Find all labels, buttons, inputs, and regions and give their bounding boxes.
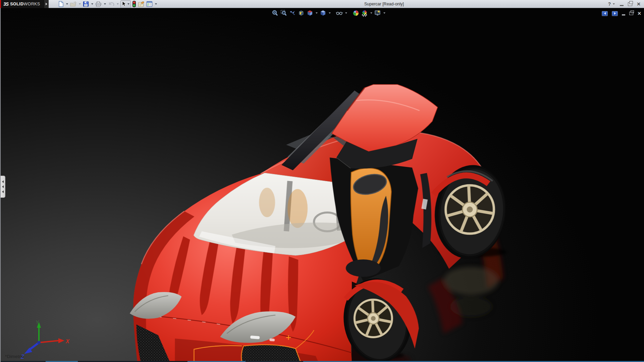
collapse-arrow-icon <box>2 180 4 183</box>
zoom-to-fit-button[interactable] <box>271 9 279 17</box>
options-icon <box>146 1 153 7</box>
undo-icon <box>108 1 114 7</box>
collapse-arrow-icon <box>2 185 4 188</box>
save-button[interactable] <box>83 0 89 8</box>
undo-button[interactable] <box>108 0 115 8</box>
print-button[interactable] <box>95 0 102 8</box>
previous-window-button[interactable] <box>602 11 608 16</box>
view-orientation-button[interactable] <box>306 9 314 17</box>
hide-show-items-button[interactable] <box>335 9 343 17</box>
heads-up-view-toolbar <box>271 9 386 17</box>
restore-button[interactable] <box>628 2 632 6</box>
select-cursor-icon <box>121 1 126 7</box>
file-properties-icon <box>138 1 145 7</box>
view-settings-dropdown[interactable] <box>382 10 386 16</box>
new-document-button[interactable] <box>58 0 64 8</box>
solidworks-window: 3S SOLIDWORKS <box>0 0 644 362</box>
previous-view-icon <box>289 10 296 16</box>
print-dropdown[interactable] <box>103 1 107 7</box>
brand-name-light: WORKS <box>23 2 40 6</box>
window-controls: ? ✕ <box>608 0 641 8</box>
solidworks-logo: 3S SOLIDWORKS <box>0 0 44 8</box>
feature-manager-splitter[interactable] <box>1 176 5 198</box>
save-floppy-icon <box>83 1 89 7</box>
view-settings-button[interactable] <box>374 9 382 17</box>
brand-name-bold: SOLID <box>10 2 23 6</box>
document-minimize-button[interactable] <box>622 14 625 15</box>
window-title: Supercar [Read-only] <box>349 0 419 8</box>
select-button[interactable] <box>120 0 131 8</box>
graphics-viewport[interactable]: ✕ Y X Z *Dimetric <box>0 8 644 362</box>
document-window-controls: ✕ <box>602 10 641 17</box>
apply-scene-dropdown[interactable] <box>369 10 373 16</box>
open-folder-icon <box>70 1 76 7</box>
main-toolbar <box>58 0 158 8</box>
apply-scene-button[interactable] <box>361 9 369 17</box>
save-dropdown[interactable] <box>90 1 94 7</box>
document-close-button[interactable]: ✕ <box>637 10 641 17</box>
rebuild-traffic-light-button[interactable] <box>132 0 137 8</box>
view-orientation-label: *Dimetric <box>5 354 24 359</box>
apply-scene-icon <box>361 10 368 16</box>
hide-show-items-icon <box>336 10 343 16</box>
dassault-3ds-logo-icon: 3S <box>3 1 8 7</box>
options-button[interactable] <box>146 0 153 8</box>
document-restore-button[interactable] <box>629 12 633 15</box>
close-button[interactable]: ✕ <box>637 0 641 8</box>
menu-flyout-button[interactable] <box>44 0 49 8</box>
section-view-button[interactable] <box>297 9 305 17</box>
help-dropdown[interactable] <box>612 1 615 7</box>
previous-view-button[interactable] <box>288 9 297 17</box>
open-dropdown[interactable] <box>78 1 82 7</box>
file-properties-button[interactable] <box>138 0 145 8</box>
edit-appearance-icon <box>353 10 359 16</box>
open-button[interactable] <box>70 0 77 8</box>
select-dropdown[interactable] <box>126 1 130 7</box>
help-icon: ? <box>608 1 611 7</box>
options-dropdown[interactable] <box>154 1 158 7</box>
undo-dropdown[interactable] <box>116 1 119 7</box>
edit-appearance-button[interactable] <box>352 9 360 17</box>
flyout-arrow-icon <box>46 3 47 5</box>
titlebar: 3S SOLIDWORKS <box>0 0 644 8</box>
traffic-light-icon <box>132 1 136 7</box>
view-orientation-icon <box>307 10 313 16</box>
logo-accent-stripe <box>0 0 1 8</box>
section-view-icon <box>298 10 305 16</box>
hide-show-items-dropdown[interactable] <box>344 10 348 16</box>
previous-window-icon <box>604 12 606 15</box>
zoom-to-area-icon <box>280 10 287 16</box>
zoom-to-area-button[interactable] <box>280 9 288 17</box>
new-document-dropdown[interactable] <box>65 1 69 7</box>
display-style-button[interactable] <box>319 9 327 17</box>
car-3d-model[interactable] <box>1 8 644 362</box>
collapse-arrow-icon <box>2 190 4 193</box>
display-style-icon <box>320 10 326 16</box>
right-lower-grille <box>241 345 301 362</box>
zoom-to-fit-icon <box>272 10 278 16</box>
next-window-icon <box>614 12 616 15</box>
display-style-dropdown[interactable] <box>328 10 331 16</box>
new-document-icon <box>58 1 64 7</box>
view-orientation-dropdown[interactable] <box>315 10 318 16</box>
triad-x-label: X <box>65 339 70 344</box>
print-icon <box>95 1 102 7</box>
help-button[interactable]: ? <box>608 1 616 7</box>
next-window-button[interactable] <box>612 11 618 16</box>
minimize-button[interactable] <box>620 5 624 6</box>
view-settings-icon <box>374 10 381 16</box>
